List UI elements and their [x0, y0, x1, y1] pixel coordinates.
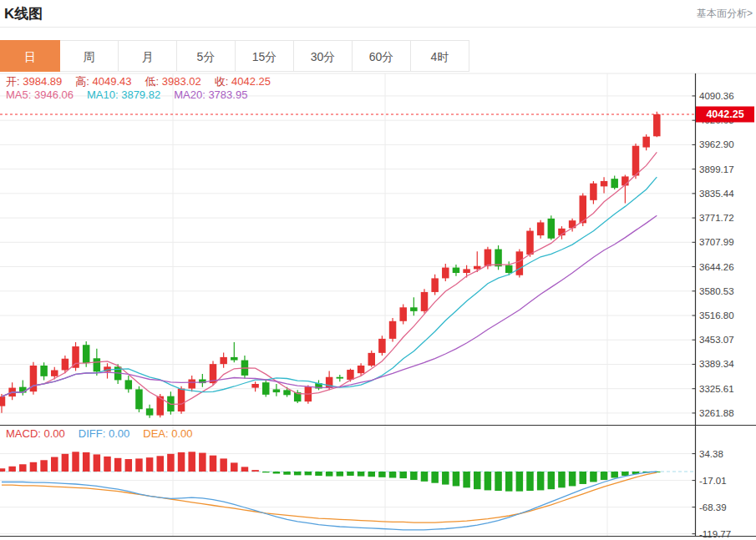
macd-bar — [410, 472, 418, 480]
macd-bar — [463, 472, 470, 487]
tab-5min[interactable]: 5分 — [177, 40, 236, 72]
tab-4hour[interactable]: 4时 — [411, 40, 469, 72]
candle — [231, 357, 238, 361]
macd-bar — [526, 472, 534, 491]
macd-bar — [19, 464, 27, 472]
macd-bar — [8, 467, 16, 472]
macd-bar — [30, 462, 38, 472]
macd-bar — [283, 472, 291, 475]
period-tabs: 日 周 月 5分 15分 30分 60分 4时 — [0, 40, 469, 72]
macd-bar — [537, 472, 545, 490]
macd-bar — [569, 472, 576, 486]
header: K线图 基本面分析> — [0, 0, 756, 28]
candle — [337, 377, 344, 379]
macd-bar — [251, 470, 259, 472]
axis-label: 3707.99 — [699, 237, 734, 247]
axis-label: 3389.34 — [699, 359, 734, 369]
axis-label: 3835.44 — [699, 189, 734, 199]
candle — [485, 250, 492, 266]
axis-label: -17.01 — [699, 476, 727, 486]
macd-bar — [516, 472, 524, 492]
macd-bar — [431, 472, 439, 483]
macd-bar — [378, 472, 386, 477]
macd-bar — [231, 462, 238, 472]
macd-bar — [485, 472, 492, 490]
candle — [453, 268, 460, 273]
tab-day[interactable]: 日 — [0, 40, 60, 72]
candles-layer — [0, 112, 696, 418]
candle — [273, 389, 281, 392]
macd-bar — [157, 456, 165, 472]
macd-bar — [83, 452, 90, 472]
axis-label: -68.39 — [699, 502, 727, 512]
candle — [410, 307, 418, 311]
macd-bar — [474, 472, 481, 489]
macd-bar — [601, 472, 608, 480]
candle — [526, 231, 534, 255]
macd-bar — [167, 454, 175, 472]
candle — [72, 346, 79, 368]
tab-30min[interactable]: 30分 — [294, 40, 353, 72]
tab-month[interactable]: 月 — [119, 40, 177, 72]
macd-bar — [62, 454, 69, 472]
candle — [516, 251, 524, 275]
candle — [421, 292, 429, 311]
axis-label: 3325.61 — [699, 384, 734, 394]
macd-bar — [210, 456, 217, 472]
macd-bar — [114, 458, 122, 472]
candle — [178, 389, 185, 412]
candle — [283, 390, 291, 395]
macd-bar — [40, 460, 48, 472]
macd-bar — [125, 459, 133, 472]
macd-bar — [241, 467, 249, 472]
macd-bar — [199, 453, 206, 472]
macd-bar — [453, 472, 460, 486]
macd-bar — [104, 457, 111, 472]
candle — [378, 339, 386, 353]
macd-bar — [273, 472, 281, 473]
macd-bar — [368, 472, 376, 477]
candle — [146, 408, 154, 415]
candle — [51, 370, 58, 376]
macd-bar — [558, 472, 566, 487]
candle — [590, 184, 597, 200]
axis-label: 3516.80 — [699, 310, 734, 320]
macd-bar — [611, 472, 618, 477]
tab-15min[interactable]: 15分 — [236, 40, 294, 72]
macd-bar — [442, 472, 449, 485]
axis-layer: 4090.364026.633962.903899.173835.443771.… — [0, 73, 756, 539]
candle — [0, 396, 5, 406]
axis-label: 3261.88 — [699, 408, 734, 418]
page-title: K线图 — [0, 4, 43, 23]
macd-bar — [51, 457, 58, 472]
axis-label: 3453.07 — [699, 335, 734, 345]
macd-bar — [337, 472, 344, 477]
candle — [632, 146, 640, 176]
tab-week[interactable]: 周 — [60, 40, 119, 72]
macd-bar — [590, 472, 597, 482]
axis-label: 3644.26 — [699, 262, 734, 272]
candle — [358, 366, 365, 373]
macd-bar — [0, 468, 5, 472]
macd-bar — [389, 472, 397, 477]
fundamental-analysis-link[interactable]: 基本面分析> — [697, 7, 756, 21]
macd-bar — [358, 472, 365, 477]
candle — [220, 357, 227, 364]
macd-bar — [305, 472, 312, 475]
axis-label: 3899.17 — [699, 164, 734, 174]
macd-bar — [135, 458, 143, 472]
candle — [431, 278, 439, 292]
axis-label: 3580.53 — [699, 286, 734, 296]
macd-bar — [580, 472, 587, 484]
macd-bar — [326, 472, 333, 477]
tab-60min[interactable]: 60分 — [353, 40, 411, 72]
candle — [399, 307, 407, 321]
candle — [262, 382, 270, 395]
candle — [642, 137, 650, 148]
kline-chart-canvas: 4090.364026.633962.903899.173835.443771.… — [0, 0, 756, 540]
candle — [537, 222, 545, 235]
axis-label: 4090.36 — [699, 91, 734, 101]
macd-bar — [72, 452, 79, 472]
axis-label: -119.77 — [699, 529, 731, 539]
candle — [474, 266, 481, 270]
